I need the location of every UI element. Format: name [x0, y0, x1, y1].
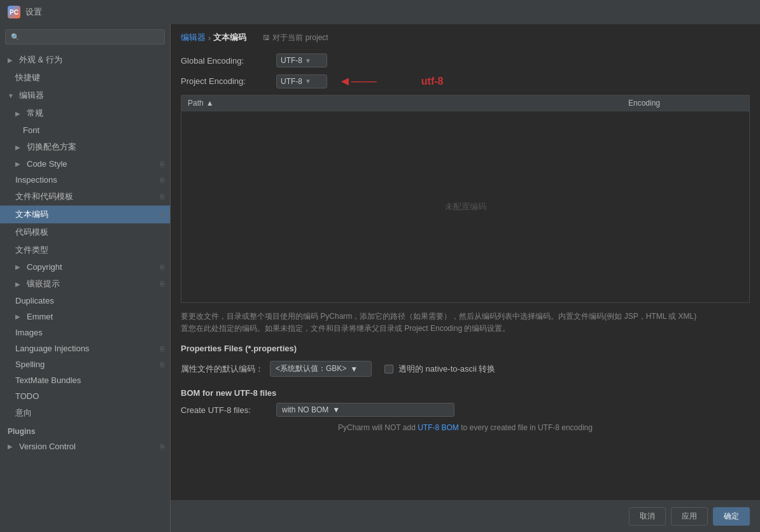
table-col-encoding-header[interactable]: Encoding	[622, 99, 749, 108]
bom-info-prefix: PyCharm will NOT add	[338, 423, 416, 432]
sidebar-item-label: Font	[23, 125, 39, 135]
sidebar-item-general[interactable]: ▶ 常规	[0, 104, 170, 122]
sidebar-item-label: TextMate Bundles	[15, 375, 81, 385]
bom-section: BOM for new UTF-8 files Create UTF-8 fil…	[181, 388, 750, 432]
dropdown-arrow-icon: ▼	[332, 405, 340, 414]
sidebar-item-file-code-templates[interactable]: 文件和代码模板 ⎘	[0, 188, 170, 206]
sidebar-item-label: TODO	[15, 391, 39, 401]
table-header: Path ▲ Encoding	[181, 95, 749, 111]
sidebar-item-language-injections[interactable]: Language Injections ⎘	[0, 340, 170, 356]
sidebar-item-shortcuts[interactable]: 快捷键	[0, 69, 170, 87]
cancel-button[interactable]: 取消	[629, 507, 666, 526]
sidebar-item-font[interactable]: Font	[0, 122, 170, 138]
sidebar-item-label: Inspections	[15, 175, 57, 185]
native-to-ascii-label: 透明的 native-to-ascii 转换	[398, 363, 495, 375]
arrow-icon: ▶	[15, 263, 22, 270]
sidebar-item-version-control[interactable]: ▶ Version Control ⎘	[0, 438, 170, 454]
global-encoding-row: Global Encoding: UTF-8 ▼	[181, 53, 750, 67]
breadcrumb-separator: ›	[208, 33, 211, 43]
properties-section-title: Properties Files (*.properties)	[181, 344, 750, 353]
content-body: Global Encoding: UTF-8 ▼ Project Encodin…	[171, 48, 760, 500]
dialog-footer: 取消 应用 确定	[171, 500, 760, 532]
copy-icon: ⎘	[160, 263, 165, 271]
arrow-icon: ▶	[8, 57, 14, 64]
search-input[interactable]	[24, 32, 159, 41]
project-encoding-select[interactable]: UTF-8 ▼	[276, 74, 327, 88]
sidebar-item-textmate-bundles[interactable]: TextMate Bundles	[0, 372, 170, 388]
sidebar-item-label: Duplicates	[15, 296, 54, 305]
sidebar-item-intent[interactable]: 意向	[0, 404, 170, 422]
sidebar-item-inspections[interactable]: Inspections ⎘	[0, 172, 170, 188]
search-icon: 🔍	[11, 33, 20, 41]
bom-create-select[interactable]: with NO BOM ▼	[276, 403, 454, 417]
global-encoding-label: Global Encoding:	[181, 56, 270, 66]
copy-icon: ⎘	[160, 443, 165, 451]
sidebar-item-images[interactable]: Images	[0, 325, 170, 340]
info-line-1: 要更改文件，目录或整个项目使用的编码 PyCharm，添加它的路径（如果需要），…	[181, 311, 750, 323]
empty-table-text: 未配置编码	[445, 201, 486, 213]
sidebar-item-label: 文本编码	[15, 209, 48, 220]
title-bar: PC 设置	[0, 0, 760, 24]
copy-icon: ⎘	[160, 361, 165, 368]
native-to-ascii-row[interactable]: 透明的 native-to-ascii 转换	[384, 363, 495, 375]
sidebar-item-appearance[interactable]: ▶ 外观 & 行为	[0, 51, 170, 69]
dropdown-arrow-icon: ▼	[350, 365, 358, 374]
bom-info-suffix: to every created file in UTF-8 encoding	[461, 423, 593, 432]
apply-button[interactable]: 应用	[671, 507, 708, 526]
arrow-icon: ▶	[15, 281, 22, 288]
sidebar-item-label: Spelling	[15, 360, 45, 369]
sidebar-item-label: 快捷键	[15, 72, 40, 83]
sidebar-item-editor[interactable]: ▼ 编辑器	[0, 87, 170, 104]
sort-icon: ▲	[206, 99, 214, 108]
copy-icon: ⎘	[160, 211, 165, 218]
properties-encoding-select[interactable]: <系统默认值：GBK> ▼	[270, 361, 372, 377]
sidebar-item-label: 文件类型	[15, 244, 48, 256]
table-col-path-header[interactable]: Path ▲	[181, 99, 622, 108]
project-link[interactable]: 🖫 对于当前 project	[263, 32, 328, 43]
project-encoding-label: Project Encoding:	[181, 76, 270, 86]
bom-highlight: UTF-8 BOM	[418, 423, 459, 432]
sidebar-item-inlay-hints[interactable]: ▶ 镶嵌提示 ⎘	[0, 275, 170, 293]
sidebar-item-copyright[interactable]: ▶ Copyright ⎘	[0, 259, 170, 275]
bom-create-label: Create UTF-8 files:	[181, 405, 270, 415]
copy-icon: ⎘	[160, 160, 165, 168]
sidebar-item-label: Version Control	[19, 442, 76, 451]
sidebar-item-label: 镶嵌提示	[27, 278, 60, 290]
main-container: 🔍 ▶ 外观 & 行为 快捷键 ▼ 编辑器 ▶ 常规	[0, 24, 760, 532]
sidebar-item-code-style[interactable]: ▶ Code Style ⎘	[0, 156, 170, 172]
path-header-label: Path	[188, 99, 204, 108]
bom-create-value: with NO BOM	[282, 405, 328, 414]
ok-button[interactable]: 确定	[713, 507, 750, 526]
sidebar-item-color-scheme[interactable]: ▶ 切换配色方案	[0, 138, 170, 156]
search-box[interactable]: 🔍	[5, 29, 165, 45]
info-line-2: 置您在此处指定的编码。如果未指定，文件和目录将继承父目录或 Project En…	[181, 323, 750, 335]
native-to-ascii-checkbox[interactable]	[384, 365, 393, 374]
arrow-icon: ▼	[8, 92, 14, 99]
bom-section-title: BOM for new UTF-8 files	[181, 388, 750, 398]
project-link-label: 对于当前 project	[272, 32, 328, 43]
sidebar-item-todo[interactable]: TODO	[0, 388, 170, 404]
properties-encoding-row: 属性文件的默认编码： <系统默认值：GBK> ▼ 透明的 native-to-a…	[181, 358, 750, 379]
sidebar-item-emmet[interactable]: ▶ Emmet	[0, 309, 170, 325]
sidebar-item-file-encodings[interactable]: 文本编码 ⎘	[0, 206, 170, 223]
global-encoding-select[interactable]: UTF-8 ▼	[276, 53, 327, 67]
sidebar-item-file-types[interactable]: 文件类型	[0, 241, 170, 259]
content-header: 编辑器 › 文本编码 🖫 对于当前 project	[171, 24, 760, 48]
sidebar-item-label: 切换配色方案	[27, 141, 76, 153]
sidebar-item-duplicates[interactable]: Duplicates	[0, 293, 170, 309]
sidebar-section-main: ▶ 外观 & 行为 快捷键 ▼ 编辑器 ▶ 常规 Font	[0, 50, 170, 456]
project-link-icon: 🖫	[263, 34, 270, 41]
sidebar-item-spelling[interactable]: Spelling ⎘	[0, 356, 170, 372]
app-icon: PC	[8, 6, 20, 18]
project-encoding-row: Project Encoding: UTF-8 ▼ ◄—— utf-8	[181, 74, 750, 88]
bom-info-text: PyCharm will NOT add UTF-8 BOM to every …	[181, 423, 750, 432]
title-bar-text: 设置	[25, 6, 42, 18]
sidebar: 🔍 ▶ 外观 & 行为 快捷键 ▼ 编辑器 ▶ 常规	[0, 24, 171, 532]
dropdown-arrow-icon: ▼	[305, 78, 311, 85]
sidebar-group-plugins: Plugins	[0, 422, 170, 438]
breadcrumb-parent[interactable]: 编辑器	[181, 32, 206, 43]
project-encoding-value: UTF-8	[281, 77, 302, 86]
arrow-icon: ▶	[15, 144, 22, 151]
sidebar-item-code-templates[interactable]: 代码模板	[0, 223, 170, 241]
sidebar-item-label: Emmet	[27, 312, 53, 321]
